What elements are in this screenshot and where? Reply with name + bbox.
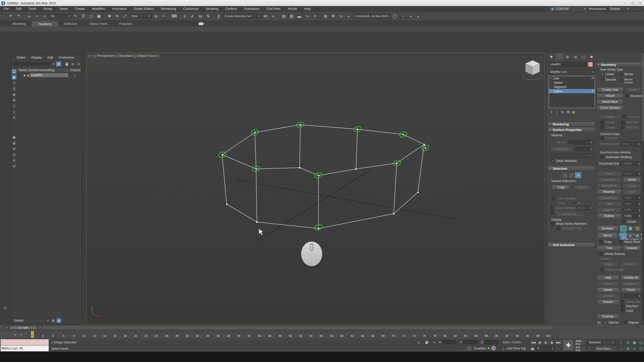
detach-reorient-checkbox[interactable] [621, 305, 624, 308]
keyboard-override-icon[interactable]: ⌨ [171, 13, 178, 20]
ribbon-tab[interactable]: Modeling [7, 21, 32, 27]
visibility-eye-icon[interactable]: ◉ [23, 74, 27, 77]
maximize-button[interactable]: ▢ [629, 0, 636, 6]
use-pivot-center-icon[interactable]: ◎ [152, 13, 159, 20]
linear-checkbox[interactable] [601, 121, 604, 124]
bind-button[interactable]: Bind [597, 281, 619, 286]
geometry-rollout-header[interactable]: ▼Geometry∷ [596, 62, 642, 67]
filter-hidden-icon[interactable]: ⊘ [12, 164, 16, 168]
mirror-copy-checkbox[interactable] [599, 240, 603, 244]
menu-item[interactable]: Content [222, 7, 240, 11]
filter-cameras-icon[interactable]: ◆ [12, 92, 16, 97]
filter-frozen-icon[interactable]: ✳ [12, 158, 16, 163]
pin-stack-icon[interactable]: ↧ [549, 110, 554, 114]
go-to-end-button[interactable]: ▶▶| [555, 340, 562, 345]
area-selection-spinner[interactable]: 0.0m [577, 206, 592, 210]
attach-mult-button[interactable]: Attach Mult. [597, 99, 623, 104]
about-pivot-checkbox[interactable] [619, 240, 622, 244]
percent-snap-icon[interactable]: % [197, 13, 204, 20]
fuse-button[interactable]: Fuse [623, 183, 641, 188]
render-setup-icon[interactable]: ⚙ [330, 13, 337, 20]
separator[interactable] [179, 13, 180, 19]
motion-tab[interactable]: ◎ [572, 54, 579, 60]
pan-hand-icon[interactable]: ✥ [625, 346, 631, 351]
snap-toggle-icon[interactable]: 3 [181, 13, 188, 20]
menu-item[interactable]: Edit [12, 7, 25, 11]
link-icon[interactable]: ∞ [26, 13, 33, 20]
rendered-frame-icon[interactable]: ▭ [338, 13, 345, 20]
separator[interactable] [320, 13, 320, 19]
unbind-button[interactable]: Unbind [621, 281, 641, 286]
viewport-canvas[interactable] [87, 53, 545, 324]
set-id-spinner[interactable] [569, 140, 593, 145]
render-production-icon[interactable]: ◑ [407, 13, 414, 20]
select-object-icon[interactable]: ↖ [72, 13, 79, 20]
close-spline-button[interactable]: Close [621, 287, 641, 292]
lock-icon[interactable] [64, 62, 69, 66]
menu-item[interactable]: Modifiers [88, 7, 109, 11]
configure-modifier-sets-icon[interactable]: ▦ [571, 110, 576, 114]
selected-only-checkbox[interactable] [557, 227, 560, 230]
select-move-icon[interactable]: ✚ [106, 13, 113, 20]
ribbon-tab[interactable]: Object Paint [83, 21, 113, 27]
material-editor-icon[interactable]: ◍ [322, 13, 329, 20]
modify-tab[interactable]: ⌒ [556, 54, 563, 60]
frozen-toggle-icon[interactable]: ✳ [68, 74, 82, 77]
menu-item[interactable]: Help [301, 7, 314, 11]
object-color-swatch[interactable] [588, 62, 593, 67]
soft-selection-rollout-header[interactable]: ►Soft Selection∷ [548, 242, 595, 247]
go-to-start-button[interactable]: |◀◀ [530, 340, 537, 345]
bezier-radio[interactable] [620, 73, 623, 76]
filter-containers-icon[interactable]: ▣ [12, 135, 16, 140]
segment-end-checkbox[interactable] [550, 211, 554, 214]
track-curve-icon[interactable]: ∿ [18, 332, 24, 337]
explorer-column-headers[interactable]: Name (Sorted Ascending) ▲ Frozen [17, 68, 82, 73]
z-coordinate-field[interactable] [485, 340, 499, 344]
refine-button[interactable]: Refine [599, 115, 620, 119]
create-key-button[interactable]: ✚ [563, 340, 574, 351]
divide-button[interactable]: Divide [597, 293, 619, 298]
boolean-union-icon[interactable] [620, 225, 627, 232]
scene-explorer-toggle-icon[interactable]: ▤ [280, 13, 287, 20]
unlink-icon[interactable]: ⌁ [33, 13, 41, 20]
y-coordinate-field[interactable] [463, 340, 477, 344]
weld-button[interactable]: Weld [597, 171, 621, 176]
scrollbar-thumb[interactable] [642, 53, 644, 141]
cycle-button[interactable]: Cycle [623, 189, 641, 194]
layer-icon[interactable]: ◪ [27, 74, 30, 77]
previous-frame-button[interactable]: < [4, 326, 9, 329]
bind-first-checkbox[interactable] [621, 121, 625, 124]
viewport-layout-tab[interactable]: ▸ [3, 306, 8, 310]
make-first-button[interactable]: Make First [597, 183, 621, 188]
hierarchy-tab[interactable]: ⧉ [564, 54, 571, 60]
detach-button[interactable]: Detach [597, 299, 619, 304]
filter-materials-icon[interactable]: ◍ [12, 141, 16, 145]
modifier-list-dropdown[interactable]: Modifier List▾ [549, 69, 595, 74]
segment-subobject-button[interactable]: ∕ [569, 172, 575, 178]
trackbar-grip[interactable] [1, 332, 2, 337]
select-manipulate-icon[interactable]: ⌖ [160, 13, 167, 20]
remove-modifier-icon[interactable]: ⌫ [565, 110, 571, 114]
pin-icon[interactable]: ✐ [591, 89, 594, 93]
select-by-name-icon[interactable]: ☰ [80, 13, 87, 20]
separator[interactable] [24, 13, 24, 19]
key-filters-button[interactable]: Key Filters... [594, 346, 616, 351]
project-folder-field[interactable]: C:\Users\UI...ds Max 2022▾ [353, 14, 390, 19]
separator[interactable] [213, 13, 214, 19]
explorer-row-line001[interactable]: ◉ ◪ Line001 ✳ [17, 73, 82, 77]
infinite-bounds-checkbox[interactable] [599, 252, 603, 256]
object-name-field[interactable]: Line001 [549, 62, 586, 67]
menu-item[interactable]: Scripting [202, 7, 222, 11]
paste-length-checkbox[interactable] [601, 268, 604, 272]
schematic-view-icon[interactable]: ⌗ [311, 13, 318, 20]
rect-region-icon[interactable]: ▢ [88, 13, 95, 20]
explorer-search-input[interactable] [12, 62, 51, 66]
slider-grip[interactable] [1, 326, 2, 330]
layer-explorer-toggle-icon[interactable]: ▥ [288, 13, 295, 20]
render-icon[interactable]: ◐ [345, 13, 352, 20]
redo-icon[interactable]: ↷ [15, 13, 22, 20]
view-cube[interactable] [522, 60, 543, 80]
select-id-spinner[interactable] [575, 147, 593, 151]
chamfer-button[interactable]: Chamfer [597, 207, 621, 212]
viewport-label[interactable]: [ + ] [ Perspective ] [ Standard ] [ Edg… [89, 54, 158, 58]
